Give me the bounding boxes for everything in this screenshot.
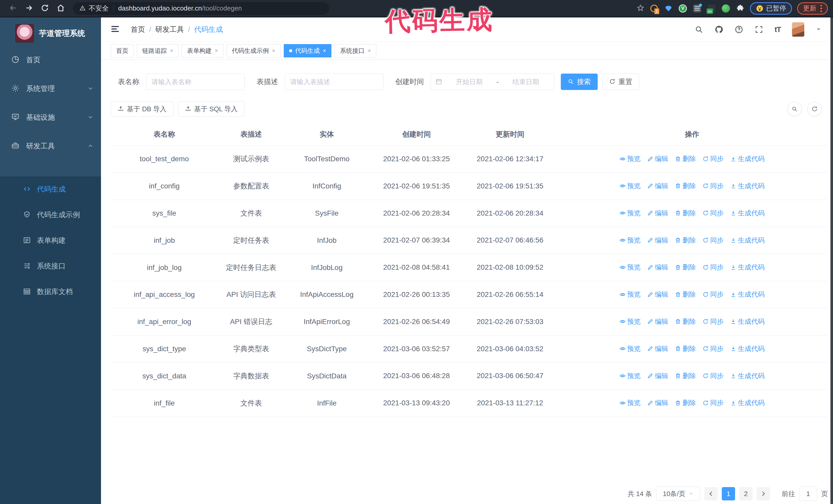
sidebar-toggle-icon[interactable]: [110, 24, 120, 35]
action-edit-link[interactable]: 编辑: [647, 236, 668, 245]
action-preview-link[interactable]: 预览: [619, 317, 641, 326]
import-db-button[interactable]: 基于 DB 导入: [111, 101, 173, 117]
browser-forward-icon[interactable]: [21, 3, 37, 13]
sidebar-item-system[interactable]: 系统管理: [0, 74, 101, 103]
sidebar-item-system-api[interactable]: 系统接口: [0, 253, 101, 279]
action-sync-link[interactable]: 同步: [703, 371, 723, 380]
action-preview-link[interactable]: 预览: [619, 371, 641, 380]
action-edit-link[interactable]: 编辑: [647, 344, 668, 353]
action-generate-link[interactable]: 生成代码: [730, 371, 765, 380]
action-sync-link[interactable]: 同步: [703, 236, 723, 245]
action-preview-link[interactable]: 预览: [619, 182, 641, 190]
close-icon[interactable]: ×: [367, 47, 371, 54]
action-sync-link[interactable]: 同步: [703, 344, 723, 353]
import-sql-button[interactable]: 基于 SQL 导入: [178, 101, 245, 117]
action-preview-link[interactable]: 预览: [619, 399, 641, 407]
sidebar-item-form-builder[interactable]: 表单构建: [0, 227, 101, 253]
action-sync-link[interactable]: 同步: [703, 182, 723, 190]
kebab-menu-icon[interactable]: [820, 5, 822, 12]
extensions-puzzle-icon[interactable]: [736, 4, 745, 13]
action-generate-link[interactable]: 生成代码: [730, 263, 765, 272]
action-edit-link[interactable]: 编辑: [647, 371, 668, 380]
action-generate-link[interactable]: 生成代码: [730, 209, 765, 218]
action-sync-link[interactable]: 同步: [703, 399, 723, 407]
date-range-picker[interactable]: 开始日期 - 结束日期: [431, 74, 554, 90]
action-delete-link[interactable]: 删除: [675, 263, 696, 272]
action-edit-link[interactable]: 编辑: [647, 399, 668, 407]
page-button-1[interactable]: 1: [722, 487, 735, 500]
action-delete-link[interactable]: 删除: [675, 236, 696, 245]
toggle-search-button[interactable]: [787, 102, 802, 116]
prev-page-button[interactable]: [704, 487, 718, 500]
action-edit-link[interactable]: 编辑: [647, 263, 668, 272]
tab-system-api[interactable]: 系统接口×: [334, 44, 376, 57]
action-edit-link[interactable]: 编辑: [647, 154, 668, 163]
extension-gem-icon[interactable]: [664, 4, 673, 13]
font-size-icon[interactable]: tT: [775, 25, 781, 34]
action-delete-link[interactable]: 删除: [675, 290, 696, 299]
refresh-table-button[interactable]: [807, 102, 822, 116]
address-bar[interactable]: 不安全 dashboard.yudao.iocoder.cn/tool/code…: [73, 2, 329, 15]
fullscreen-icon[interactable]: [755, 25, 763, 34]
sidebar-item-db-doc[interactable]: 数据库文档: [0, 279, 101, 305]
action-delete-link[interactable]: 删除: [675, 317, 696, 326]
sidebar-item-infra[interactable]: 基础设施: [0, 103, 101, 132]
action-delete-link[interactable]: 删除: [675, 182, 696, 190]
extension-icon[interactable]: 1: [649, 4, 659, 13]
close-icon[interactable]: ×: [272, 47, 275, 54]
action-sync-link[interactable]: 同步: [703, 263, 723, 272]
table-name-input[interactable]: [146, 74, 245, 90]
browser-home-icon[interactable]: [53, 3, 69, 13]
action-delete-link[interactable]: 删除: [675, 344, 696, 353]
close-icon[interactable]: ×: [170, 47, 173, 54]
tab-form-builder[interactable]: 表单构建×: [182, 44, 223, 57]
user-avatar[interactable]: [792, 22, 804, 37]
page-size-select[interactable]: 10条/页: [656, 486, 700, 501]
extension-sliders-icon[interactable]: [693, 4, 702, 13]
action-delete-link[interactable]: 删除: [675, 154, 696, 163]
date-end-placeholder[interactable]: 结束日期: [502, 77, 549, 87]
action-delete-link[interactable]: 删除: [675, 399, 696, 407]
action-preview-link[interactable]: 预览: [619, 154, 641, 163]
extension-check-icon[interactable]: V: [678, 4, 687, 13]
help-icon[interactable]: [735, 25, 743, 34]
action-edit-link[interactable]: 编辑: [647, 209, 668, 218]
action-generate-link[interactable]: 生成代码: [730, 154, 765, 163]
tab-codegen[interactable]: 代码生成×: [284, 44, 332, 57]
action-delete-link[interactable]: 删除: [675, 371, 696, 380]
github-icon[interactable]: [715, 25, 723, 34]
sidebar-item-home[interactable]: 首页: [0, 46, 101, 74]
breadcrumb-home[interactable]: 首页: [131, 25, 145, 34]
search-button[interactable]: 搜索: [561, 74, 598, 90]
action-sync-link[interactable]: 同步: [703, 290, 723, 299]
browser-reload-icon[interactable]: [37, 3, 53, 13]
action-preview-link[interactable]: 预览: [619, 263, 641, 272]
action-preview-link[interactable]: 预览: [619, 209, 641, 218]
close-icon[interactable]: ×: [323, 47, 326, 54]
action-preview-link[interactable]: 预览: [619, 236, 641, 245]
action-generate-link[interactable]: 生成代码: [730, 399, 765, 407]
reset-button[interactable]: 重置: [602, 74, 639, 90]
search-icon[interactable]: [695, 25, 703, 34]
action-generate-link[interactable]: 生成代码: [730, 290, 765, 299]
action-generate-link[interactable]: 生成代码: [730, 317, 765, 326]
app-logo[interactable]: 芋道管理系统: [0, 21, 101, 46]
bookmark-star-icon[interactable]: [637, 4, 644, 13]
tab-home[interactable]: 首页: [111, 44, 134, 57]
page-button-2[interactable]: 2: [739, 487, 753, 500]
extension-animal-icon[interactable]: [721, 4, 731, 13]
update-button[interactable]: 更新: [797, 2, 828, 15]
table-desc-input[interactable]: [285, 74, 383, 90]
action-sync-link[interactable]: 同步: [703, 154, 723, 163]
sidebar-item-codegen[interactable]: 代码生成: [0, 176, 101, 202]
tab-tracing[interactable]: 链路追踪×: [137, 44, 178, 57]
next-page-button[interactable]: [757, 487, 770, 500]
sidebar-item-codegen-example[interactable]: 代码生成示例: [0, 202, 101, 227]
date-start-placeholder[interactable]: 开始日期: [446, 77, 493, 87]
extension-switch-icon[interactable]: on: [707, 4, 716, 13]
browser-back-icon[interactable]: [5, 3, 21, 13]
action-sync-link[interactable]: 同步: [703, 209, 723, 218]
window-scrollbar[interactable]: [830, 18, 833, 504]
action-edit-link[interactable]: 编辑: [647, 317, 668, 326]
action-sync-link[interactable]: 同步: [703, 317, 723, 326]
